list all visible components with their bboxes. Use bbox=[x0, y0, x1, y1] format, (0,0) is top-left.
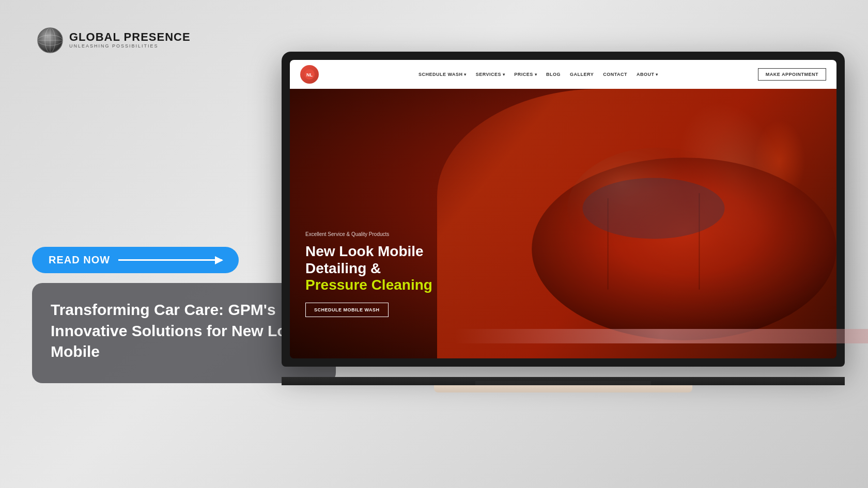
hero-content: Excellent Service & Quality Products New… bbox=[305, 231, 432, 317]
hero-tagline: Excellent Service & Quality Products bbox=[305, 231, 432, 237]
logo-company-name: GLOBAL PRESENCE bbox=[69, 31, 191, 43]
read-now-button[interactable]: READ NOW bbox=[32, 247, 239, 273]
hero-title-line2: Detailing & bbox=[305, 260, 432, 277]
brand-logo: GLOBAL PRESENCE UNLEASHING POSSIBILITIES bbox=[35, 25, 191, 55]
nav-contact[interactable]: CONTACT bbox=[603, 72, 627, 77]
hero-title-line3: Pressure Cleaning bbox=[305, 277, 432, 293]
svg-point-12 bbox=[583, 178, 725, 239]
svg-text:NL: NL bbox=[306, 72, 313, 77]
laptop-base-bar bbox=[434, 385, 692, 392]
arrow-icon bbox=[118, 259, 222, 261]
nav-prices[interactable]: PRICES bbox=[514, 72, 537, 77]
deco-bar bbox=[455, 329, 868, 343]
laptop-body: NL SCHEDULE WASH SERVICES PRICES BLOG GA… bbox=[282, 52, 845, 367]
nav-schedule-wash[interactable]: SCHEDULE WASH bbox=[419, 72, 467, 77]
logo-tagline: UNLEASHING POSSIBILITIES bbox=[69, 43, 191, 49]
hero-cta-button[interactable]: SCHEDULE MOBILE WASH bbox=[305, 303, 389, 317]
nav-about[interactable]: ABOUT bbox=[637, 72, 658, 77]
nav-gallery[interactable]: GALLERY bbox=[570, 72, 594, 77]
caption-title: Transforming Car Care: GPM's Innovative … bbox=[51, 300, 317, 363]
globe-icon bbox=[35, 25, 65, 55]
logo-text: GLOBAL PRESENCE UNLEASHING POSSIBILITIES bbox=[69, 31, 191, 49]
site-logo: NL bbox=[300, 65, 319, 84]
nav-blog[interactable]: BLOG bbox=[546, 72, 561, 77]
website-navbar: NL SCHEDULE WASH SERVICES PRICES BLOG GA… bbox=[290, 60, 836, 89]
hero-section: Excellent Service & Quality Products New… bbox=[290, 89, 836, 358]
site-logo-icon: NL bbox=[300, 65, 319, 84]
car-svg bbox=[481, 89, 836, 358]
nav-make-appointment[interactable]: MAKE APPOINTMENT bbox=[758, 68, 826, 81]
hero-title-line1: New Look Mobile bbox=[305, 243, 432, 260]
laptop-screen: NL SCHEDULE WASH SERVICES PRICES BLOG GA… bbox=[290, 60, 836, 358]
nav-services[interactable]: SERVICES bbox=[476, 72, 505, 77]
read-now-label: READ NOW bbox=[49, 254, 110, 266]
nav-links: SCHEDULE WASH SERVICES PRICES BLOG GALLE… bbox=[325, 72, 752, 77]
